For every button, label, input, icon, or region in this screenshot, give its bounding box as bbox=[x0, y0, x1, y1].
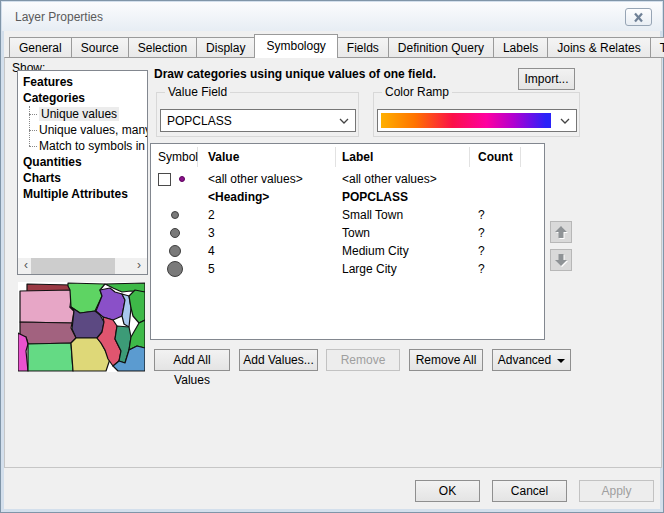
row-count: ? bbox=[470, 226, 521, 240]
window-title: Layer Properties bbox=[15, 10, 103, 24]
layer-properties-dialog: Layer Properties General Source Selectio… bbox=[0, 0, 664, 513]
remove-all-button[interactable]: Remove All bbox=[409, 349, 483, 371]
row-value: 5 bbox=[198, 262, 336, 276]
color-ramp-gradient bbox=[381, 113, 551, 128]
map-preview-image bbox=[18, 282, 145, 372]
row-value: <all other values> bbox=[198, 172, 336, 186]
row-count: ? bbox=[470, 208, 521, 222]
state-polygon bbox=[20, 322, 76, 344]
value-field-group: Value Field POPCLASS bbox=[156, 92, 359, 137]
show-tree-listbox: Features Categories Unique values Unique… bbox=[17, 70, 148, 275]
scrollbar-thumb[interactable] bbox=[31, 258, 115, 274]
tab-selection[interactable]: Selection bbox=[128, 37, 197, 58]
row-label: Large City bbox=[336, 262, 470, 276]
row-label: <all other values> bbox=[336, 172, 470, 186]
row-label: POPCLASS bbox=[336, 190, 470, 204]
move-down-button[interactable] bbox=[550, 249, 572, 271]
tab-fields[interactable]: Fields bbox=[337, 37, 389, 58]
table-row[interactable]: 5 Large City ? bbox=[151, 260, 544, 278]
header-count: Count bbox=[470, 147, 521, 167]
table-row[interactable]: 3 Town ? bbox=[151, 224, 544, 242]
close-icon bbox=[632, 12, 645, 23]
close-button[interactable] bbox=[625, 8, 652, 26]
ok-button[interactable]: OK bbox=[415, 480, 480, 502]
chevron-down-icon bbox=[333, 118, 355, 124]
row-count: ? bbox=[470, 244, 521, 258]
point-symbol-icon[interactable] bbox=[169, 245, 181, 257]
point-symbol-icon[interactable] bbox=[170, 228, 180, 238]
row-count: ? bbox=[470, 262, 521, 276]
header-symbol: Symbol bbox=[151, 147, 198, 167]
tree-item-match-symbols[interactable]: Match to symbols in a bbox=[18, 138, 147, 154]
row-value: 3 bbox=[198, 226, 336, 240]
point-symbol-icon[interactable] bbox=[167, 261, 183, 277]
chevron-down-icon bbox=[554, 110, 576, 131]
tree-item-unique-values-many[interactable]: Unique values, many bbox=[18, 122, 147, 138]
titlebar[interactable]: Layer Properties bbox=[2, 2, 662, 31]
table-row[interactable]: <Heading> POPCLASS bbox=[151, 188, 544, 206]
draw-method-description: Draw categories using unique values of o… bbox=[154, 67, 436, 81]
color-ramp-dropdown[interactable] bbox=[377, 109, 577, 132]
tree-item-categories[interactable]: Categories bbox=[18, 90, 147, 106]
row-label: Town bbox=[336, 226, 470, 240]
header-value: Value bbox=[198, 147, 336, 167]
state-polygon bbox=[129, 290, 145, 323]
state-polygon bbox=[18, 333, 28, 371]
point-symbol-icon[interactable] bbox=[171, 211, 179, 219]
row-label: Medium City bbox=[336, 244, 470, 258]
tab-symbology[interactable]: Symbology bbox=[254, 34, 337, 58]
state-polygon bbox=[28, 343, 73, 371]
tree-item-quantities[interactable]: Quantities bbox=[18, 154, 147, 170]
color-ramp-group: Color Ramp bbox=[373, 92, 580, 137]
row-value: 2 bbox=[198, 208, 336, 222]
tree-item-charts[interactable]: Charts bbox=[18, 170, 147, 186]
value-field-selected: POPCLASS bbox=[161, 114, 333, 128]
color-ramp-label: Color Ramp bbox=[382, 85, 452, 99]
tree-item-unique-values[interactable]: Unique values bbox=[18, 106, 147, 122]
table-row[interactable]: 4 Medium City ? bbox=[151, 242, 544, 260]
state-polygon bbox=[20, 290, 74, 323]
scroll-right-icon[interactable]: › bbox=[131, 258, 147, 274]
advanced-button-label: Advanced bbox=[498, 353, 551, 367]
import-button[interactable]: Import... bbox=[518, 68, 575, 90]
table-header-row: Symbol Value Label Count bbox=[151, 144, 544, 170]
row-value: 4 bbox=[198, 244, 336, 258]
arrow-up-icon bbox=[554, 225, 568, 239]
tab-source[interactable]: Source bbox=[71, 37, 129, 58]
add-values-button[interactable]: Add Values... bbox=[239, 349, 318, 371]
selected-tree-label: Unique values bbox=[39, 107, 119, 121]
remove-button[interactable]: Remove bbox=[326, 349, 400, 371]
tab-bar: General Source Selection Display Symbolo… bbox=[9, 34, 664, 58]
tree-item-multiple-attributes[interactable]: Multiple Attributes bbox=[18, 186, 147, 202]
header-label: Label bbox=[336, 147, 470, 167]
tab-labels[interactable]: Labels bbox=[493, 37, 548, 58]
tab-time[interactable]: Time bbox=[650, 37, 664, 58]
table-row[interactable]: 2 Small Town ? bbox=[151, 206, 544, 224]
tab-display[interactable]: Display bbox=[196, 37, 255, 58]
value-field-label: Value Field bbox=[165, 85, 230, 99]
table-row[interactable]: <all other values> <all other values> bbox=[151, 170, 544, 188]
tab-general[interactable]: General bbox=[9, 37, 72, 58]
tab-definition-query[interactable]: Definition Query bbox=[388, 37, 494, 58]
apply-button[interactable]: Apply bbox=[579, 480, 654, 502]
add-all-values-button[interactable]: Add All Values bbox=[154, 349, 230, 371]
unique-values-table: Symbol Value Label Count <all other valu… bbox=[150, 143, 545, 340]
advanced-button[interactable]: Advanced bbox=[492, 349, 571, 371]
all-other-values-checkbox[interactable] bbox=[158, 173, 171, 186]
tree-horizontal-scrollbar[interactable]: ‹ › bbox=[18, 258, 147, 274]
arrow-down-icon bbox=[554, 253, 568, 267]
value-field-dropdown[interactable]: POPCLASS bbox=[160, 109, 356, 132]
cancel-button[interactable]: Cancel bbox=[492, 480, 567, 502]
map-preview bbox=[18, 282, 145, 372]
scrollbar-track[interactable] bbox=[34, 258, 131, 274]
symbology-tab-page: Show: Features Categories Unique values … bbox=[4, 57, 662, 468]
row-label: Small Town bbox=[336, 208, 470, 222]
tree-item-features[interactable]: Features bbox=[18, 74, 147, 90]
tab-joins-relates[interactable]: Joins & Relates bbox=[547, 37, 650, 58]
dropdown-caret-icon bbox=[557, 359, 565, 363]
move-up-button[interactable] bbox=[550, 221, 572, 243]
row-value: <Heading> bbox=[198, 190, 336, 204]
point-symbol-icon[interactable] bbox=[179, 176, 185, 182]
